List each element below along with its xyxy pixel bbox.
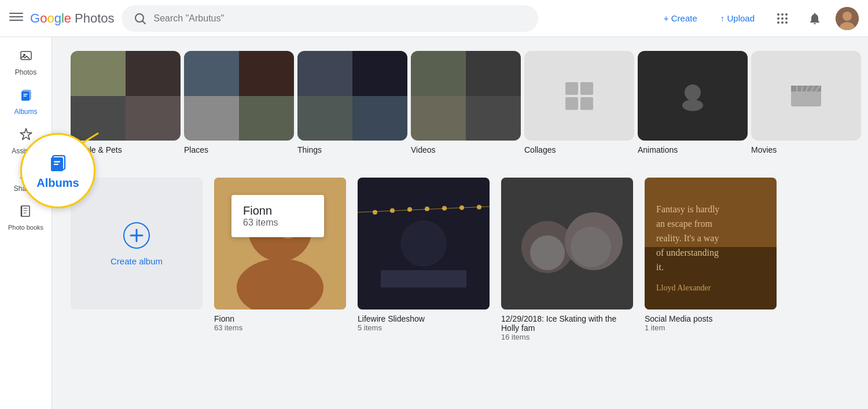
svg-point-56	[459, 205, 464, 210]
sharing-notification-badge: 1	[26, 164, 35, 174]
upload-button[interactable]: ↑ Upload	[713, 9, 762, 28]
search-bar[interactable]	[122, 5, 538, 32]
svg-point-11	[777, 21, 779, 24]
svg-rect-29	[580, 97, 593, 110]
main-layout: Photos Albums Assistant 1 Sharing	[0, 37, 868, 409]
people-pets-label: People & Pets	[71, 145, 122, 154]
create-album-card[interactable]: Create album	[71, 178, 203, 309]
header: Google Photos + Create ↑ Upload	[0, 0, 868, 37]
places-label: Places	[184, 145, 208, 154]
svg-point-54	[425, 207, 429, 211]
sidebar: Photos Albums Assistant 1 Sharing	[0, 37, 52, 409]
collages-label: Collages	[524, 145, 556, 154]
menu-icon[interactable]	[9, 10, 23, 27]
svg-rect-17	[21, 51, 31, 60]
ice-skating-name: 12/29/2018: Ice Skating with the Holly f…	[501, 314, 633, 333]
apps-grid-button[interactable]	[771, 7, 794, 30]
svg-text:Fantasy is hardly: Fantasy is hardly	[656, 204, 719, 215]
albums-section: Create album Fionn 63 items	[71, 178, 849, 341]
albums-grid: Create album Fionn 63 items	[71, 178, 849, 341]
ice-skating-count: 16 items	[501, 333, 633, 341]
tooltip-count: 63 items	[243, 218, 312, 228]
category-movies[interactable]: Movies	[751, 51, 855, 154]
places-thumb	[184, 51, 294, 141]
fionn-count: 63 items	[214, 323, 346, 332]
svg-point-12	[781, 21, 784, 24]
svg-rect-26	[565, 82, 578, 95]
svg-point-55	[442, 206, 447, 211]
search-input[interactable]	[154, 13, 527, 24]
ice-skating-thumb	[501, 178, 633, 309]
svg-text:an escape from: an escape from	[656, 219, 712, 229]
svg-point-9	[781, 17, 784, 20]
assistant-label: Assistant	[12, 147, 40, 155]
svg-rect-49	[381, 270, 466, 288]
category-people-pets[interactable]: People & Pets	[71, 51, 175, 154]
category-animations[interactable]: Animations	[638, 51, 742, 154]
avatar[interactable]	[836, 7, 859, 30]
svg-point-31	[682, 100, 703, 111]
svg-point-61	[530, 235, 565, 270]
svg-point-15	[843, 12, 852, 21]
category-things[interactable]: Things	[297, 51, 402, 154]
social-media-name: Social Media posts	[645, 314, 777, 323]
svg-rect-27	[580, 82, 593, 95]
things-thumb	[297, 51, 407, 141]
albums-icon	[19, 88, 33, 105]
sidebar-item-albums[interactable]: Albums	[3, 83, 49, 120]
google-photos-logo[interactable]: Google Photos	[30, 11, 115, 26]
photos-icon	[19, 49, 33, 66]
svg-rect-2	[9, 20, 23, 21]
svg-point-5	[777, 13, 779, 16]
svg-point-18	[23, 54, 25, 56]
fionn-name: Fionn	[214, 314, 346, 323]
main-content: People & Pets Places	[52, 37, 868, 409]
svg-point-7	[785, 13, 788, 16]
lifewire-count: 5 items	[358, 323, 490, 332]
svg-text:of understanding: of understanding	[656, 248, 719, 258]
sharing-label: Sharing	[14, 185, 38, 193]
sidebar-item-photos[interactable]: Photos	[3, 44, 49, 81]
svg-rect-0	[9, 13, 23, 14]
animations-label: Animations	[638, 145, 678, 154]
photos-label: Photos	[15, 68, 36, 76]
assistant-icon	[19, 127, 33, 145]
album-fionn[interactable]: Fionn 63 items Fionn 63 items	[214, 178, 346, 341]
sidebar-item-assistant[interactable]: Assistant	[3, 123, 49, 160]
svg-rect-24	[21, 206, 30, 216]
notification-button[interactable]	[803, 7, 826, 30]
svg-point-57	[477, 205, 481, 209]
category-collages[interactable]: Collages	[524, 51, 628, 154]
create-album-label: Create album	[111, 256, 163, 266]
category-videos[interactable]: Videos	[411, 51, 515, 154]
header-actions: + Create ↑ Upload	[657, 7, 859, 30]
google-wordmark: Google	[30, 11, 71, 26]
category-grid: People & Pets Places	[71, 51, 849, 154]
photobooks-icon	[19, 204, 33, 222]
lifewire-thumb	[358, 178, 490, 309]
sharing-badge-wrapper: 1	[19, 167, 33, 182]
videos-thumb	[411, 51, 521, 141]
svg-text:it.: it.	[656, 262, 664, 272]
people-pets-thumb	[71, 51, 181, 141]
svg-point-6	[781, 13, 784, 16]
category-places[interactable]: Places	[184, 51, 288, 154]
album-lifewire[interactable]: Lifewire Slideshow 5 items	[358, 178, 490, 341]
svg-point-52	[390, 208, 395, 213]
svg-line-4	[142, 21, 145, 24]
fionn-tooltip: Fionn 63 items	[231, 195, 324, 237]
album-social-media[interactable]: Fantasy is hardly an escape from reality…	[645, 178, 777, 341]
movies-thumb	[751, 51, 861, 141]
videos-label: Videos	[411, 145, 436, 154]
create-button[interactable]: + Create	[657, 9, 704, 28]
collages-icon	[561, 78, 598, 115]
animations-thumb	[638, 51, 748, 141]
album-ice-skating[interactable]: 12/29/2018: Ice Skating with the Holly f…	[501, 178, 633, 341]
svg-point-22	[23, 170, 26, 173]
collages-thumb	[524, 51, 634, 141]
sidebar-item-sharing[interactable]: 1 Sharing	[3, 162, 49, 197]
tooltip-title: Fionn	[243, 204, 312, 218]
svg-point-53	[407, 207, 412, 212]
sidebar-item-photobooks[interactable]: Photo books	[3, 200, 49, 235]
social-media-thumb: Fantasy is hardly an escape from reality…	[645, 178, 777, 309]
